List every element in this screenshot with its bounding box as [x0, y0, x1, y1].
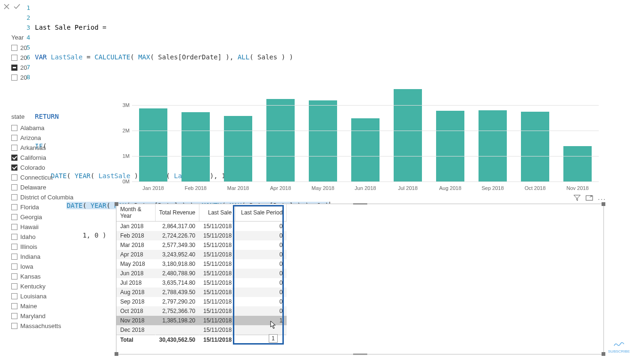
table-cell[interactable]: Mar 2018 [116, 240, 155, 250]
chart-bar[interactable] [394, 89, 422, 181]
table-total-row[interactable]: Total30,430,562.5015/11/2018 [116, 335, 287, 345]
table-cell[interactable]: Feb 2018 [116, 231, 155, 240]
table-cell[interactable]: 15/11/2018 [199, 222, 236, 231]
year-slicer-item[interactable]: 20 [11, 73, 35, 82]
state-slicer-item[interactable]: Georgia [11, 212, 101, 222]
table-cell[interactable]: Jan 2018 [116, 222, 155, 231]
table-cell[interactable] [236, 325, 287, 335]
state-slicer-item[interactable]: Illinois [11, 242, 101, 252]
checkbox-icon[interactable] [11, 293, 17, 299]
table-row[interactable]: Apr 20183,243,952.4015/11/20180 [116, 250, 287, 259]
table-cell[interactable]: 15/11/2018 [199, 259, 236, 269]
checkbox-icon[interactable] [11, 273, 17, 280]
checkbox-icon[interactable] [11, 224, 17, 230]
table-cell[interactable]: 15/11/2018 [199, 325, 236, 335]
chart-bar[interactable] [436, 111, 464, 181]
state-slicer-item[interactable]: Idaho [11, 232, 101, 242]
more-options-icon[interactable]: ··· [598, 195, 606, 203]
table-header[interactable]: Last Sale Period [236, 204, 287, 222]
table-header[interactable]: Last Sale [199, 204, 236, 222]
table-row[interactable]: Sep 20182,797,290.2015/11/20180 [116, 297, 287, 306]
table-cell[interactable]: 2,797,290.20 [155, 297, 199, 306]
resize-handle[interactable] [353, 354, 367, 355]
table-visual[interactable]: Month & YearTotal RevenueLast SaleLast S… [116, 204, 604, 354]
state-slicer-item[interactable]: Hawaii [11, 222, 101, 232]
table-row[interactable]: Jun 20182,480,788.9015/11/20180 [116, 269, 287, 278]
table-cell[interactable]: 15/11/2018 [199, 269, 236, 278]
table-cell[interactable]: Dec 2018 [116, 325, 155, 335]
table-cell[interactable]: 0 [236, 306, 287, 316]
state-slicer-item[interactable]: California [11, 153, 101, 163]
state-slicer-item[interactable]: Iowa [11, 262, 101, 272]
table-cell[interactable]: 2,788,439.50 [155, 288, 199, 297]
table-header[interactable]: Total Revenue [155, 204, 199, 222]
table-row[interactable]: Nov 20181,385,198.2015/11/20181 [116, 316, 287, 325]
table-cell[interactable]: 2,864,317.00 [155, 222, 199, 231]
table-cell[interactable]: 15/11/2018 [199, 250, 236, 259]
checkbox-icon[interactable] [11, 155, 17, 161]
commit-icon[interactable] [13, 3, 21, 12]
chart-bar[interactable] [139, 108, 167, 181]
checkbox-icon[interactable] [11, 263, 17, 270]
checkbox-icon[interactable] [11, 323, 17, 329]
table-cell[interactable]: Sep 2018 [116, 297, 155, 306]
table-cell[interactable]: 15/11/2018 [199, 306, 236, 316]
checkbox-icon[interactable] [11, 234, 17, 240]
table-row[interactable]: Oct 20182,752,366.7015/11/20180 [116, 306, 287, 316]
table-cell[interactable]: 2,480,788.90 [155, 269, 199, 278]
chart-bar[interactable] [521, 112, 549, 181]
table-cell[interactable]: 0 [236, 231, 287, 240]
checkbox-icon[interactable] [11, 125, 17, 131]
table-cell[interactable]: 15/11/2018 [199, 240, 236, 250]
table-cell[interactable]: 3,243,952.40 [155, 250, 199, 259]
table-cell[interactable]: May 2018 [116, 259, 155, 269]
checkbox-icon[interactable] [11, 55, 17, 61]
table-row[interactable]: Dec 201815/11/2018 [116, 325, 287, 335]
checkbox-icon[interactable] [11, 74, 17, 81]
table-cell[interactable]: 0 [236, 297, 287, 306]
table-cell[interactable]: 15/11/2018 [199, 297, 236, 306]
table-row[interactable]: Aug 20182,788,439.5015/11/20180 [116, 288, 287, 297]
table-cell[interactable]: Apr 2018 [116, 250, 155, 259]
resize-handle[interactable] [115, 352, 118, 356]
filter-icon[interactable] [573, 194, 581, 203]
resize-handle[interactable] [602, 202, 605, 206]
checkbox-icon[interactable] [11, 135, 17, 141]
state-slicer-item[interactable]: Massachusetts [11, 321, 101, 331]
revenue-bar-chart[interactable]: 0M1M2M3M Jan 2018Feb 2018Mar 2018Apr 201… [108, 85, 603, 191]
state-slicer-item[interactable]: Maine [11, 301, 101, 311]
table-cell[interactable]: 0 [236, 240, 287, 250]
table-cell[interactable]: Jul 2018 [116, 278, 155, 288]
table-cell[interactable]: 2,577,349.30 [155, 240, 199, 250]
formula-editor[interactable]: Last Sale Period = VAR LastSale = CALCUL… [32, 0, 644, 82]
resize-handle[interactable] [353, 203, 367, 205]
state-slicer-item[interactable]: District of Columbia [11, 192, 101, 202]
chart-bar[interactable] [479, 110, 507, 181]
state-slicer-item[interactable]: Connecticut [11, 173, 101, 182]
table-cell[interactable]: 1,385,198.20 [155, 316, 199, 325]
table-cell[interactable]: 0 [236, 278, 287, 288]
focus-mode-icon[interactable] [586, 194, 593, 203]
state-slicer-item[interactable]: Alabama [11, 123, 101, 133]
state-slicer-item[interactable]: Kentucky [11, 281, 101, 291]
checkbox-icon[interactable] [11, 254, 17, 260]
checkbox-icon[interactable] [11, 165, 17, 171]
table-cell[interactable]: Aug 2018 [116, 288, 155, 297]
table-cell[interactable]: 15/11/2018 [199, 278, 236, 288]
year-slicer-item[interactable]: 20 [11, 43, 35, 53]
checkbox-icon[interactable] [11, 184, 17, 190]
year-slicer-item[interactable]: 20 [11, 63, 35, 73]
table-cell[interactable]: 1 [236, 316, 287, 325]
chart-bar[interactable] [224, 116, 252, 181]
resize-handle[interactable] [115, 202, 118, 206]
cancel-icon[interactable] [3, 3, 10, 12]
state-slicer-item[interactable]: Florida [11, 202, 101, 212]
table-cell[interactable]: 0 [236, 222, 287, 231]
table-row[interactable]: Feb 20182,724,226.7015/11/20180 [116, 231, 287, 240]
state-slicer-item[interactable]: Maryland [11, 311, 101, 321]
checkbox-icon[interactable] [11, 45, 17, 51]
table-cell[interactable]: 2,752,366.70 [155, 306, 199, 316]
table-row[interactable]: Jan 20182,864,317.0015/11/20180 [116, 222, 287, 231]
table-cell[interactable]: 15/11/2018 [199, 288, 236, 297]
checkbox-icon[interactable] [11, 145, 17, 151]
